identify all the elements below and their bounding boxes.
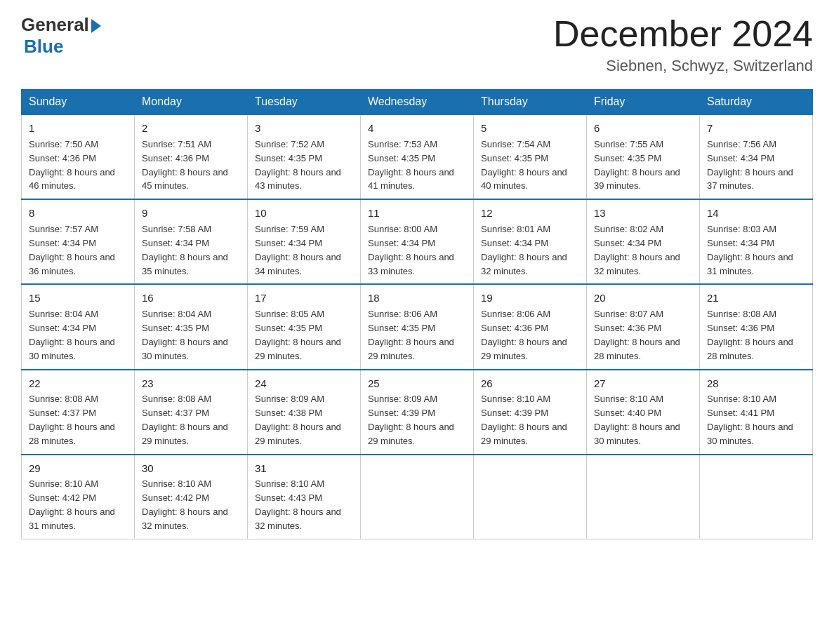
day-number: 26 [481, 376, 579, 391]
day-info: Sunrise: 8:08 AMSunset: 4:37 PMDaylight:… [142, 394, 228, 446]
day-number: 14 [707, 206, 805, 221]
calendar-header-thursday: Thursday [474, 90, 587, 115]
day-info: Sunrise: 8:08 AMSunset: 4:36 PMDaylight:… [707, 309, 793, 361]
month-title: December 2024 [553, 14, 813, 54]
day-number: 8 [29, 206, 127, 221]
calendar-cell: 12Sunrise: 8:01 AMSunset: 4:34 PMDayligh… [474, 199, 587, 284]
calendar-header-sunday: Sunday [22, 90, 135, 115]
day-info: Sunrise: 7:54 AMSunset: 4:35 PMDaylight:… [481, 139, 567, 192]
calendar-cell: 6Sunrise: 7:55 AMSunset: 4:35 PMDaylight… [587, 114, 700, 199]
calendar-week-row: 15Sunrise: 8:04 AMSunset: 4:34 PMDayligh… [22, 284, 813, 369]
day-number: 18 [368, 290, 466, 306]
day-number: 13 [594, 206, 692, 221]
day-info: Sunrise: 7:51 AMSunset: 4:36 PMDaylight:… [142, 139, 228, 192]
calendar-week-row: 8Sunrise: 7:57 AMSunset: 4:34 PMDaylight… [22, 199, 813, 284]
day-info: Sunrise: 8:04 AMSunset: 4:35 PMDaylight:… [142, 309, 228, 361]
day-number: 17 [255, 290, 353, 306]
day-number: 25 [368, 376, 466, 391]
day-info: Sunrise: 7:57 AMSunset: 4:34 PMDaylight:… [29, 224, 115, 276]
calendar-header-saturday: Saturday [700, 90, 813, 115]
day-info: Sunrise: 8:09 AMSunset: 4:39 PMDaylight:… [368, 394, 454, 446]
day-number: 29 [29, 461, 127, 476]
calendar-table: SundayMondayTuesdayWednesdayThursdayFrid… [21, 89, 813, 539]
day-info: Sunrise: 8:03 AMSunset: 4:34 PMDaylight:… [707, 224, 793, 276]
day-info: Sunrise: 8:01 AMSunset: 4:34 PMDaylight:… [481, 224, 567, 276]
logo-general-text: General [21, 14, 89, 36]
calendar-cell: 22Sunrise: 8:08 AMSunset: 4:37 PMDayligh… [22, 370, 135, 455]
day-info: Sunrise: 8:10 AMSunset: 4:42 PMDaylight:… [142, 478, 228, 531]
calendar-cell [474, 455, 587, 539]
day-info: Sunrise: 7:52 AMSunset: 4:35 PMDaylight:… [255, 139, 341, 192]
day-info: Sunrise: 8:10 AMSunset: 4:40 PMDaylight:… [594, 394, 680, 446]
calendar-cell: 8Sunrise: 7:57 AMSunset: 4:34 PMDaylight… [22, 199, 135, 284]
calendar-cell: 14Sunrise: 8:03 AMSunset: 4:34 PMDayligh… [700, 199, 813, 284]
day-number: 7 [707, 121, 805, 136]
calendar-cell: 25Sunrise: 8:09 AMSunset: 4:39 PMDayligh… [361, 370, 474, 455]
calendar-cell [587, 455, 700, 539]
day-number: 30 [142, 461, 240, 476]
day-info: Sunrise: 8:02 AMSunset: 4:34 PMDaylight:… [594, 224, 680, 276]
calendar-header-friday: Friday [587, 90, 700, 115]
calendar-cell: 2Sunrise: 7:51 AMSunset: 4:36 PMDaylight… [135, 114, 248, 199]
title-section: December 2024 Siebnen, Schwyz, Switzerla… [553, 14, 813, 75]
calendar-cell: 28Sunrise: 8:10 AMSunset: 4:41 PMDayligh… [700, 370, 813, 455]
logo-blue-text: Blue [24, 36, 63, 58]
logo: General Blue [21, 14, 101, 58]
day-number: 21 [707, 290, 805, 306]
calendar-cell: 3Sunrise: 7:52 AMSunset: 4:35 PMDaylight… [248, 114, 361, 199]
day-info: Sunrise: 8:07 AMSunset: 4:36 PMDaylight:… [594, 309, 680, 361]
calendar-cell: 15Sunrise: 8:04 AMSunset: 4:34 PMDayligh… [22, 284, 135, 369]
calendar-cell: 27Sunrise: 8:10 AMSunset: 4:40 PMDayligh… [587, 370, 700, 455]
day-info: Sunrise: 8:10 AMSunset: 4:42 PMDaylight:… [29, 478, 115, 531]
calendar-cell [700, 455, 813, 539]
calendar-header-tuesday: Tuesday [248, 90, 361, 115]
calendar-cell: 13Sunrise: 8:02 AMSunset: 4:34 PMDayligh… [587, 199, 700, 284]
calendar-cell: 31Sunrise: 8:10 AMSunset: 4:43 PMDayligh… [248, 455, 361, 539]
calendar-cell: 19Sunrise: 8:06 AMSunset: 4:36 PMDayligh… [474, 284, 587, 369]
day-info: Sunrise: 8:08 AMSunset: 4:37 PMDaylight:… [29, 394, 115, 446]
day-info: Sunrise: 7:58 AMSunset: 4:34 PMDaylight:… [142, 224, 228, 276]
day-number: 12 [481, 206, 579, 221]
calendar-cell: 7Sunrise: 7:56 AMSunset: 4:34 PMDaylight… [700, 114, 813, 199]
calendar-cell: 17Sunrise: 8:05 AMSunset: 4:35 PMDayligh… [248, 284, 361, 369]
day-number: 19 [481, 290, 579, 306]
day-number: 10 [255, 206, 353, 221]
day-info: Sunrise: 8:10 AMSunset: 4:39 PMDaylight:… [481, 394, 567, 446]
day-number: 24 [255, 376, 353, 391]
day-info: Sunrise: 8:04 AMSunset: 4:34 PMDaylight:… [29, 309, 115, 361]
calendar-week-row: 22Sunrise: 8:08 AMSunset: 4:37 PMDayligh… [22, 370, 813, 455]
day-info: Sunrise: 7:56 AMSunset: 4:34 PMDaylight:… [707, 139, 793, 192]
day-number: 31 [255, 461, 353, 476]
calendar-week-row: 1Sunrise: 7:50 AMSunset: 4:36 PMDaylight… [22, 114, 813, 199]
day-number: 5 [481, 121, 579, 136]
calendar-header-monday: Monday [135, 90, 248, 115]
day-info: Sunrise: 8:00 AMSunset: 4:34 PMDaylight:… [368, 224, 454, 276]
logo-arrow-icon [91, 19, 101, 33]
calendar-cell: 23Sunrise: 8:08 AMSunset: 4:37 PMDayligh… [135, 370, 248, 455]
calendar-cell: 21Sunrise: 8:08 AMSunset: 4:36 PMDayligh… [700, 284, 813, 369]
calendar-cell: 24Sunrise: 8:09 AMSunset: 4:38 PMDayligh… [248, 370, 361, 455]
day-info: Sunrise: 7:55 AMSunset: 4:35 PMDaylight:… [594, 139, 680, 192]
day-number: 27 [594, 376, 692, 391]
calendar-cell: 10Sunrise: 7:59 AMSunset: 4:34 PMDayligh… [248, 199, 361, 284]
calendar-header-row: SundayMondayTuesdayWednesdayThursdayFrid… [22, 90, 813, 115]
calendar-cell: 11Sunrise: 8:00 AMSunset: 4:34 PMDayligh… [361, 199, 474, 284]
calendar-cell: 18Sunrise: 8:06 AMSunset: 4:35 PMDayligh… [361, 284, 474, 369]
calendar-cell: 1Sunrise: 7:50 AMSunset: 4:36 PMDaylight… [22, 114, 135, 199]
calendar-cell: 29Sunrise: 8:10 AMSunset: 4:42 PMDayligh… [22, 455, 135, 539]
day-number: 16 [142, 290, 240, 306]
day-number: 20 [594, 290, 692, 306]
calendar-cell: 30Sunrise: 8:10 AMSunset: 4:42 PMDayligh… [135, 455, 248, 539]
day-info: Sunrise: 8:06 AMSunset: 4:36 PMDaylight:… [481, 309, 567, 361]
page-header: General Blue December 2024 Siebnen, Schw… [21, 14, 813, 75]
day-info: Sunrise: 7:50 AMSunset: 4:36 PMDaylight:… [29, 139, 115, 192]
day-number: 2 [142, 121, 240, 136]
day-number: 9 [142, 206, 240, 221]
location-subtitle: Siebnen, Schwyz, Switzerland [553, 57, 813, 75]
calendar-cell: 26Sunrise: 8:10 AMSunset: 4:39 PMDayligh… [474, 370, 587, 455]
day-number: 4 [368, 121, 466, 136]
calendar-cell: 5Sunrise: 7:54 AMSunset: 4:35 PMDaylight… [474, 114, 587, 199]
calendar-cell: 9Sunrise: 7:58 AMSunset: 4:34 PMDaylight… [135, 199, 248, 284]
day-number: 11 [368, 206, 466, 221]
calendar-cell [361, 455, 474, 539]
